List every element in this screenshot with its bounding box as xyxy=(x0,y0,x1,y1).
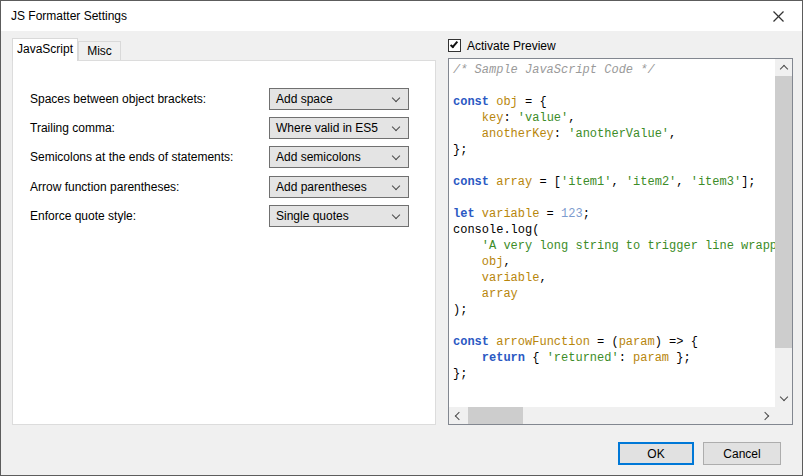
form-row: Spaces between object brackets: Add spac… xyxy=(13,88,435,110)
semicolons-label: Semicolons at the ends of statements: xyxy=(30,150,233,164)
code-line: anotherKey: 'anotherValue', xyxy=(453,126,775,142)
dropdown-value: Single quotes xyxy=(276,209,349,223)
code-line: variable, xyxy=(453,270,775,286)
semicolons-dropdown[interactable]: Add semicolons xyxy=(269,146,409,168)
dropdown-value: Add space xyxy=(276,92,333,106)
quote-style-label: Enforce quote style: xyxy=(30,209,136,223)
spaces-label: Spaces between object brackets: xyxy=(30,92,206,106)
chevron-down-icon xyxy=(392,182,400,190)
form-row: Semicolons at the ends of statements: Ad… xyxy=(13,146,435,168)
cancel-button[interactable]: Cancel xyxy=(703,442,781,465)
code-line: key: 'value', xyxy=(453,110,775,126)
code-line: const arrowFunction = (param) => { xyxy=(453,334,775,350)
trailing-comma-label: Trailing comma: xyxy=(30,121,115,135)
form-row: Trailing comma: Where valid in ES5 xyxy=(13,117,435,139)
ok-button[interactable]: OK xyxy=(618,442,694,465)
titlebar: JS Formatter Settings xyxy=(1,1,802,31)
chevron-right-icon xyxy=(761,411,769,419)
vertical-scrollbar[interactable] xyxy=(775,59,792,407)
activate-preview-label: Activate Preview xyxy=(467,39,556,53)
code-line: }; xyxy=(453,366,775,382)
code-line xyxy=(453,318,775,334)
quote-style-dropdown[interactable]: Single quotes xyxy=(269,205,409,227)
activate-preview-checkbox[interactable] xyxy=(448,39,461,52)
arrow-parens-dropdown[interactable]: Add parentheses xyxy=(269,176,409,198)
code-line: 'A very long string to trigger line wrap… xyxy=(453,238,775,254)
chevron-down-icon xyxy=(392,152,400,160)
trailing-comma-dropdown[interactable]: Where valid in ES5 xyxy=(269,117,409,139)
code-line xyxy=(453,158,775,174)
scroll-up-button[interactable] xyxy=(775,59,792,76)
close-icon xyxy=(772,10,785,23)
horizontal-scrollbar-thumb[interactable] xyxy=(468,407,523,424)
code-line: const obj = { xyxy=(453,94,775,110)
check-icon xyxy=(450,40,458,49)
chevron-down-icon xyxy=(392,94,400,102)
dropdown-value: Where valid in ES5 xyxy=(276,121,378,135)
form-row: Arrow function parentheses: Add parenthe… xyxy=(13,176,435,198)
code-line xyxy=(453,190,775,206)
code-line: ); xyxy=(453,302,775,318)
code-line: const array = ['item1', 'item2', 'item3'… xyxy=(453,174,775,190)
form-row: Enforce quote style: Single quotes xyxy=(13,205,435,227)
code-line: let variable = 123; xyxy=(453,206,775,222)
vertical-scrollbar-thumb[interactable] xyxy=(775,76,792,348)
spaces-dropdown[interactable]: Add space xyxy=(269,88,409,110)
code-preview-box: /* Sample JavaScript Code */ const obj =… xyxy=(448,58,793,425)
scroll-left-button[interactable] xyxy=(449,407,466,424)
tab-misc[interactable]: Misc xyxy=(78,41,121,61)
arrow-parens-label: Arrow function parentheses: xyxy=(30,180,179,194)
dropdown-value: Add parentheses xyxy=(276,180,367,194)
tab-javascript[interactable]: JavaScript xyxy=(12,38,78,61)
code-area: /* Sample JavaScript Code */ const obj =… xyxy=(449,59,775,407)
code-line: console.log( xyxy=(453,222,775,238)
javascript-tab-page: Spaces between object brackets: Add spac… xyxy=(12,60,436,425)
code-line xyxy=(453,78,775,94)
chevron-up-icon xyxy=(779,65,787,73)
code-line: array xyxy=(453,286,775,302)
horizontal-scrollbar[interactable] xyxy=(449,407,775,424)
scroll-down-button[interactable] xyxy=(775,390,792,407)
dropdown-value: Add semicolons xyxy=(276,150,361,164)
chevron-left-icon xyxy=(455,411,463,419)
scroll-right-button[interactable] xyxy=(758,407,775,424)
window-title: JS Formatter Settings xyxy=(11,9,127,23)
code-line: }; xyxy=(453,142,775,158)
chevron-down-icon xyxy=(392,211,400,219)
close-button[interactable] xyxy=(762,5,794,27)
chevron-down-icon xyxy=(392,123,400,131)
scrollbar-corner xyxy=(775,407,792,424)
chevron-down-icon xyxy=(779,393,787,401)
js-formatter-settings-dialog: JS Formatter Settings JavaScript Misc Sp… xyxy=(0,0,803,476)
code-line: obj, xyxy=(453,254,775,270)
code-line: return { 'returned': param }; xyxy=(453,350,775,366)
code-line: /* Sample JavaScript Code */ xyxy=(453,62,775,78)
